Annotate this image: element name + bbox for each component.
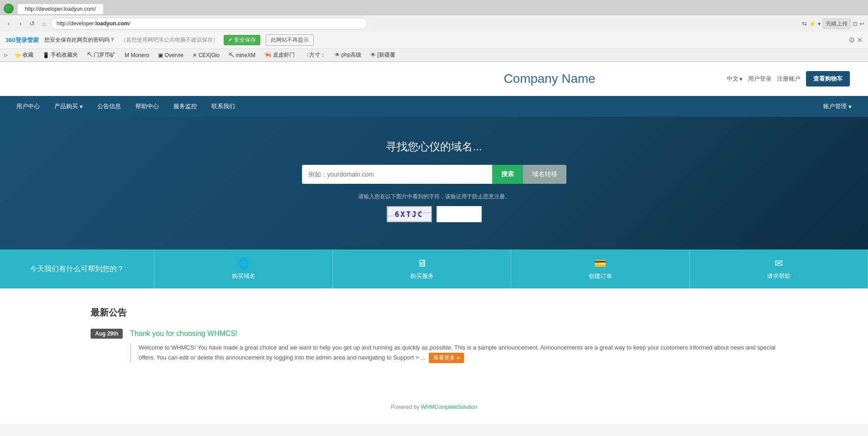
address-bar[interactable]: http://developer.loadyun.com/	[51, 18, 368, 29]
chevron-down-icon[interactable]: ▾	[818, 20, 821, 27]
quick-link-create-order[interactable]: 💳 创建订单	[511, 249, 690, 288]
hero-section: 寻找您心仪的域名... 搜索 域名转移 请输入您在以下图片中看到的字符，该验证用…	[0, 117, 868, 249]
site-wrapper: Company Name 中文 用户登录 注册账户 查看购物车 用户中心 产品购…	[0, 62, 868, 424]
announcement-content: Thank you for choosing WHMCS! Welcome to…	[130, 330, 777, 363]
bookmark-php[interactable]: 👁 php高级	[332, 50, 364, 60]
register-link[interactable]: 注册账户	[777, 75, 801, 83]
captcha-image: 6XTJC	[387, 206, 432, 222]
security-brand: 360登录管家	[5, 36, 39, 44]
captcha-row: 6XTJC	[18, 206, 850, 222]
nav-user-center[interactable]: 用户中心	[9, 96, 47, 117]
address-text: http://developer.	[57, 20, 95, 27]
nav-monitoring[interactable]: 服务监控	[166, 96, 204, 117]
nav-products[interactable]: 产品购买	[47, 96, 90, 117]
refresh-button[interactable]: ↺	[27, 19, 37, 29]
read-more-button[interactable]: 查看更多	[429, 353, 464, 363]
bookmark-pipixia[interactable]: 🦐 皮皮虾门	[262, 50, 297, 60]
resize-icon: ⊡	[853, 20, 858, 27]
quick-link-buy-service-label: 购买服务	[410, 272, 434, 280]
announcements-section: 最新公告 Aug 29th Thank you for choosing WHM…	[0, 288, 868, 390]
address-bold: loadyun.com	[95, 20, 129, 27]
share-icon: ⇆	[802, 20, 807, 27]
bookmark-minexm[interactable]: ⛏ mineXM	[226, 51, 258, 59]
nav-announcements[interactable]: 公告信息	[90, 96, 128, 117]
quick-link-request-help-label: 请求帮助	[767, 272, 791, 280]
security-bar: 360登录管家 想安全保存此网页的密码吗？ （若您使用网吧等公共电脑不建议保存）…	[0, 32, 868, 49]
quick-link-buy-domain[interactable]: 🌐 购买域名	[154, 249, 333, 288]
announcement-body: Welcome to WHMCS! You have made a great …	[130, 343, 777, 363]
bookmarks-label: ⊳	[4, 52, 8, 58]
undo-icon: ↩	[859, 20, 864, 27]
extension-button[interactable]: 先睹上传	[823, 19, 851, 29]
bookmark-favorites[interactable]: ⭐ 收藏	[12, 50, 36, 60]
hero-title: 寻找您心仪的域名...	[18, 139, 850, 154]
browser-chrome: http://developer.loadyun.com/ ‹ › ↺ ⌂ ht…	[0, 0, 868, 62]
security-save-button[interactable]: ✔ 安全保存	[224, 35, 260, 45]
search-bar-row: 搜索 域名转移	[18, 165, 850, 184]
header-right: 中文 用户登录 注册账户 查看购物车	[727, 71, 850, 86]
card-icon: 💳	[594, 258, 606, 269]
captcha-hint: 请输入您在以下图片中看到的字符，该验证用于防止恶意注册。	[18, 193, 850, 201]
powered-by-text: Powered by	[391, 404, 421, 410]
bookmark-overview[interactable]: ▣ Overvie	[155, 51, 186, 59]
announcement-title[interactable]: Thank you for choosing WHMCS!	[130, 330, 777, 338]
site-nav: 用户中心 产品购买 公告信息 帮助中心 服务监控 联系我们 账户管理	[0, 96, 868, 117]
search-button[interactable]: 搜索	[492, 165, 523, 184]
nav-account[interactable]: 账户管理	[816, 96, 859, 117]
bookmark-cex[interactable]: ✕ CEX|Glo	[190, 51, 222, 59]
nav-help[interactable]: 帮助中心	[128, 96, 166, 117]
browser-toolbar: ‹ › ↺ ⌂ http://developer.loadyun.com/ ⇆ …	[0, 15, 868, 32]
site-header: Company Name 中文 用户登录 注册账户 查看购物车	[0, 62, 868, 96]
bookmarks-bar: ⊳ ⭐ 收藏 📱 手机收藏夹 ⛏ 门罗币矿 M Monero ▣ Overvie…	[0, 49, 868, 62]
browser-logo	[4, 4, 14, 14]
mail-icon: ✉	[775, 258, 783, 269]
announcement-date-badge: Aug 29th	[91, 329, 123, 339]
cart-button[interactable]: 查看购物车	[806, 71, 850, 86]
bookmark-mobile[interactable]: 📱 手机收藏夹	[40, 50, 81, 60]
globe-icon: 🌐	[237, 258, 249, 269]
announcement-item: Aug 29th Thank you for choosing WHMCS! W…	[91, 330, 777, 363]
quick-links-question: 今天我们有什么可帮到您的？	[0, 264, 154, 274]
server-icon: 🖥	[417, 258, 427, 269]
powered-by-link[interactable]: WHMCompleteSolution	[421, 404, 477, 410]
section-title: 最新公告	[91, 307, 777, 319]
security-dismiss-button[interactable]: 此网站不再提示	[266, 34, 314, 46]
bookmark-fangcun[interactable]: 〈方寸：	[301, 50, 328, 60]
login-link[interactable]: 用户登录	[748, 75, 772, 83]
bookmark-monero-mine[interactable]: ⛏ 门罗币矿	[84, 50, 118, 60]
address-suffix: /	[129, 20, 130, 27]
language-selector[interactable]: 中文	[727, 75, 743, 83]
forward-button[interactable]: ›	[15, 19, 25, 29]
lightning-icon: ⚡	[809, 20, 816, 27]
bookmark-xinjiang[interactable]: 👁 [新疆覆	[368, 50, 398, 60]
browser-tab-bar: http://developer.loadyun.com/	[0, 0, 868, 15]
captcha-input[interactable]	[436, 206, 482, 222]
security-message: 想安全保存此网页的密码吗？	[44, 36, 115, 44]
back-button[interactable]: ‹	[4, 19, 14, 29]
quick-link-request-help[interactable]: ✉ 请求帮助	[690, 249, 868, 288]
bookmark-monero[interactable]: M Monero	[122, 51, 152, 59]
nav-contact[interactable]: 联系我们	[204, 96, 242, 117]
site-logo: Company Name	[373, 72, 727, 86]
security-note: （若您使用网吧等公共电脑不建议保存）	[120, 36, 218, 44]
quick-link-buy-service[interactable]: 🖥 购买服务	[333, 249, 511, 288]
quick-links-items: 🌐 购买域名 🖥 购买服务 💳 创建订单 ✉ 请求帮助	[154, 249, 868, 288]
security-close-icon[interactable]: ⚙ ✕	[849, 36, 863, 44]
transfer-button[interactable]: 域名转移	[523, 165, 566, 184]
quick-link-create-order-label: 创建订单	[589, 272, 612, 280]
powered-by: Powered by WHMCompleteSolution	[0, 390, 868, 424]
browser-toolbar-right: ⇆ ⚡ ▾ 先睹上传 ⊡ ↩	[802, 19, 864, 29]
home-button[interactable]: ⌂	[39, 19, 49, 29]
domain-search-input[interactable]	[302, 165, 492, 184]
quick-link-buy-domain-label: 购买域名	[232, 272, 255, 280]
browser-tab[interactable]: http://developer.loadyun.com/	[17, 4, 104, 14]
quick-links-bar: 今天我们有什么可帮到您的？ 🌐 购买域名 🖥 购买服务 💳 创建订单 ✉ 请求帮…	[0, 249, 868, 288]
